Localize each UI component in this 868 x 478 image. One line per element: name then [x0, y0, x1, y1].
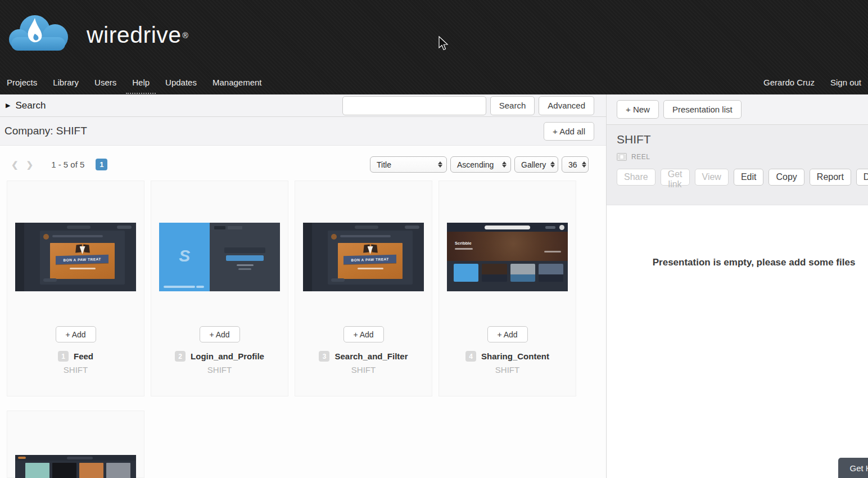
dog-artwork [363, 245, 378, 255]
list-controls-row: ❮ ❯ 1 - 5 of 5 1 Title Ascending [0, 146, 606, 179]
gallery-card-feed: BON A PAW TREAT + Add 1 Feed SHIFT [7, 181, 144, 396]
presentation-panel: + New Presentation list SHIFT REEL [606, 94, 868, 478]
presentation-toolbar: + New Presentation list [607, 94, 868, 125]
filmstrip-icon [617, 153, 627, 161]
gallery-card-partial [7, 411, 144, 478]
search-input[interactable] [342, 96, 486, 115]
company-header-row: Company: SHIFT + Add all [0, 117, 606, 146]
sort-controls: Title Ascending Gallery 36 [370, 156, 589, 173]
registered-trademark: ® [183, 31, 188, 40]
delete-button[interactable]: Delete [856, 169, 868, 186]
presentation-list-button[interactable]: Presentation list [663, 100, 742, 119]
gallery-section: ❮ ❯ 1 - 5 of 5 1 Title Ascending [0, 146, 606, 478]
advanced-search-button[interactable]: Advanced [539, 96, 594, 115]
item-title[interactable]: Login_and_Profile [191, 351, 264, 361]
add-item-button[interactable]: + Add [200, 326, 240, 342]
gallery-card-sharing-content: Scribble + Add 4 [438, 181, 576, 396]
select-arrows-icon [502, 161, 507, 168]
chevron-right-icon[interactable]: ❯ [26, 160, 34, 170]
page-size-select[interactable]: 36 [562, 156, 589, 173]
item-subtitle: SHIFT [7, 365, 144, 375]
sort-direction-select[interactable]: Ascending [450, 156, 511, 173]
select-arrows-icon [550, 161, 555, 168]
item-subtitle: SHIFT [151, 365, 288, 375]
disclosure-triangle-icon: ▶ [6, 102, 10, 109]
wiredrive-cloud-logo-icon [6, 11, 78, 60]
main-navigation: Projects Library Users Help Updates Mana… [0, 70, 868, 94]
copy-button[interactable]: Copy [768, 169, 804, 186]
sign-out-link[interactable]: Sign out [830, 78, 861, 87]
dog-artwork [75, 245, 90, 255]
gallery-card-search-and-filter: BON A PAW TREAT + Add 3 Search_and_Filte… [295, 181, 432, 396]
item-number-badge: 1 [58, 351, 69, 362]
new-presentation-button[interactable]: + New [617, 100, 659, 119]
thumbnail-partial[interactable] [15, 455, 136, 478]
thumbnail-feed[interactable]: BON A PAW TREAT [15, 223, 136, 291]
get-help-button[interactable]: Get Help [838, 458, 868, 478]
item-title[interactable]: Feed [74, 351, 93, 361]
thumbnail-search-and-filter[interactable]: BON A PAW TREAT [303, 223, 424, 291]
presentation-title: SHIFT [617, 133, 868, 146]
presentation-header: SHIFT REEL Share Get link View [607, 125, 868, 205]
item-subtitle: SHIFT [295, 365, 432, 375]
view-button: View [695, 169, 729, 186]
pagination: ❮ ❯ 1 - 5 of 5 1 [11, 159, 107, 170]
search-bar-row: ▶ Search Search Advanced [0, 94, 606, 117]
add-item-button[interactable]: + Add [487, 326, 528, 342]
item-title[interactable]: Search_and_Filter [334, 351, 408, 361]
add-item-button[interactable]: + Add [56, 326, 96, 342]
presentation-type-label: REEL [631, 153, 650, 161]
nav-item-management[interactable]: Management [205, 70, 270, 94]
nav-item-users[interactable]: Users [87, 70, 124, 94]
brand-row: wiredrive ® [0, 0, 868, 70]
page-number-badge[interactable]: 1 [96, 159, 107, 170]
company-title: Company: SHIFT [4, 125, 87, 137]
report-button[interactable]: Report [810, 169, 851, 186]
nav-item-help[interactable]: Help [124, 70, 157, 94]
brand-wordmark: wiredrive [87, 22, 182, 48]
app-window: wiredrive ® Projects Library Users Help … [0, 0, 868, 478]
sort-by-select[interactable]: Title [370, 156, 447, 173]
search-button[interactable]: Search [490, 96, 535, 115]
item-title[interactable]: Sharing_Content [481, 351, 549, 361]
get-link-button: Get link [661, 169, 690, 186]
gallery-card-login-and-profile: S + Add 2 Login_and_P [151, 181, 288, 396]
item-number-badge: 2 [175, 351, 186, 362]
add-all-button[interactable]: + Add all [544, 122, 594, 141]
item-subtitle: SHIFT [439, 365, 576, 375]
nav-item-updates[interactable]: Updates [157, 70, 205, 94]
nav-item-projects[interactable]: Projects [7, 70, 45, 94]
add-item-button[interactable]: + Add [343, 326, 384, 342]
presentation-actions: Share Get link View Edit Copy Report Del… [617, 169, 868, 186]
presentation-empty-state: Presentation is empty, please add some f… [607, 205, 868, 478]
view-mode-select[interactable]: Gallery [514, 156, 558, 173]
top-header: wiredrive ® Projects Library Users Help … [0, 0, 868, 94]
thumbnail-login-and-profile[interactable]: S [159, 223, 280, 291]
select-arrows-icon [438, 161, 442, 168]
item-number-badge: 3 [319, 351, 329, 362]
select-arrows-icon [582, 161, 586, 168]
item-number-badge: 4 [465, 351, 476, 362]
user-name[interactable]: Gerardo Cruz [763, 78, 815, 87]
edit-button[interactable]: Edit [734, 169, 764, 186]
empty-message: Presentation is empty, please add some f… [653, 257, 856, 268]
share-button: Share [617, 169, 655, 186]
chevron-left-icon[interactable]: ❮ [11, 160, 19, 170]
thumbnail-sharing-content[interactable]: Scribble [447, 223, 568, 291]
pagination-range: 1 - 5 of 5 [51, 160, 84, 169]
nav-item-library[interactable]: Library [45, 70, 87, 94]
search-section-toggle[interactable]: ▶ Search [6, 100, 46, 111]
main-content-column: ▶ Search Search Advanced Company: SHIFT … [0, 94, 606, 478]
